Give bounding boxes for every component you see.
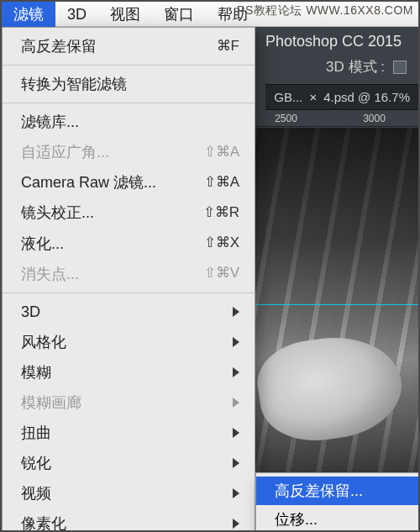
menu-item-label: 锐化 <box>21 452 51 474</box>
menu-item-label: 扭曲 <box>21 422 51 444</box>
menu-window[interactable]: 窗口 <box>152 2 206 27</box>
submenu-arrow-icon <box>233 428 239 438</box>
shortcut-label: ⇧⌘V <box>204 263 239 284</box>
submenu-item-high-pass[interactable]: 高反差保留... <box>256 477 419 505</box>
menu-item-label: 转换为智能滤镜 <box>21 73 127 95</box>
menu-item-adaptive-wide-angle: 自适应广角... ⇧⌘A <box>3 137 255 167</box>
menu-item-label: 风格化 <box>21 331 66 353</box>
shortcut-label: ⇧⌘A <box>204 172 239 193</box>
menu-item-label: 液化... <box>21 233 64 255</box>
shortcut-label: ⇧⌘A <box>204 142 239 163</box>
menu-item-label: 像素化 <box>21 513 66 532</box>
menu-item-label: 3D <box>21 301 40 323</box>
submenu-arrow-icon <box>233 458 239 468</box>
menu-item-vanishing-point: 消失点... ⇧⌘V <box>3 259 255 289</box>
menu-item-label: 滤镜库... <box>21 111 79 133</box>
separator <box>3 65 255 66</box>
menu-item-label: 镜头校正... <box>21 202 94 224</box>
guide-line[interactable] <box>242 304 418 305</box>
ruler: 2500 3000 <box>242 111 418 127</box>
filter-menu-dropdown: 高反差保留 ⌘F 转换为智能滤镜 滤镜库... 自适应广角... ⇧⌘A Cam… <box>2 27 255 532</box>
submenu-arrow-icon <box>233 398 239 408</box>
shortcut-label: ⌘F <box>217 36 239 57</box>
menu-item-convert-smart-filter[interactable]: 转换为智能滤镜 <box>3 69 255 99</box>
menu-item-label: 位移... <box>275 511 318 528</box>
shortcut-label: ⇧⌘R <box>203 203 239 224</box>
menu-item-label: Camera Raw 滤镜... <box>21 171 156 193</box>
menu-item-3d[interactable]: 3D <box>3 297 255 327</box>
options-bar: 3D 模式 : <box>326 57 407 76</box>
menu-filter[interactable]: 滤镜 <box>2 2 55 27</box>
menu-item-distort[interactable]: 扭曲 <box>3 418 255 448</box>
menu-item-blur-gallery: 模糊画廊 <box>3 387 255 418</box>
menu-item-label: 消失点... <box>21 263 79 285</box>
tab-truncated: GB... <box>274 90 302 104</box>
menu-item-label: 自适应广角... <box>21 141 109 163</box>
submenu-item-offset[interactable]: 位移... <box>256 505 419 532</box>
menu-item-camera-raw-filter[interactable]: Camera Raw 滤镜... ⇧⌘A <box>3 167 255 198</box>
app-title: Photoshop CC 2015 <box>265 27 402 55</box>
submenu-arrow-icon <box>233 519 239 529</box>
submenu-arrow-icon <box>233 307 239 317</box>
3d-orbit-icon[interactable] <box>393 61 407 74</box>
menu-item-video[interactable]: 视频 <box>3 478 255 508</box>
menu-item-blur[interactable]: 模糊 <box>3 357 255 387</box>
tab-label[interactable]: 4.psd @ 16.7% <box>323 90 410 104</box>
submenu-arrow-icon <box>233 488 239 498</box>
3d-mode-label: 3D 模式 : <box>326 57 385 76</box>
shortcut-label: ⇧⌘X <box>204 233 239 254</box>
menu-item-stylize[interactable]: 风格化 <box>3 327 255 357</box>
menu-item-lens-correction[interactable]: 镜头校正... ⇧⌘R <box>3 198 255 228</box>
submenu-arrow-icon <box>233 337 239 347</box>
menu-item-liquify[interactable]: 液化... ⇧⌘X <box>3 229 255 259</box>
menu-view[interactable]: 视图 <box>98 2 152 27</box>
document-tabs[interactable]: GB... × 4.psd @ 16.7% <box>265 84 418 110</box>
menu-item-label: 模糊 <box>21 361 51 383</box>
menu-3d[interactable]: 3D <box>55 2 98 27</box>
other-submenu: 高反差保留... 位移... <box>255 472 420 532</box>
menu-item-label: 模糊画廊 <box>21 392 81 413</box>
watermark-text: PS教程论坛 WWW.16XX8.COM <box>237 3 413 18</box>
separator <box>3 292 255 293</box>
submenu-arrow-icon <box>233 367 239 377</box>
menu-item-label: 高反差保留... <box>275 482 363 499</box>
menu-item-filter-gallery[interactable]: 滤镜库... <box>3 107 255 137</box>
ruler-tick: 3000 <box>363 113 386 124</box>
menu-item-pixelate[interactable]: 像素化 <box>3 508 255 532</box>
menu-item-high-pass-repeat[interactable]: 高反差保留 ⌘F <box>3 31 255 61</box>
separator <box>3 103 255 103</box>
close-icon[interactable]: × <box>309 90 317 104</box>
menu-item-sharpen[interactable]: 锐化 <box>3 448 255 478</box>
menu-item-label: 高反差保留 <box>21 35 97 57</box>
image-content <box>252 329 407 448</box>
ruler-tick: 2500 <box>275 113 297 124</box>
canvas-image[interactable] <box>242 128 418 514</box>
menu-item-label: 视频 <box>21 482 51 504</box>
